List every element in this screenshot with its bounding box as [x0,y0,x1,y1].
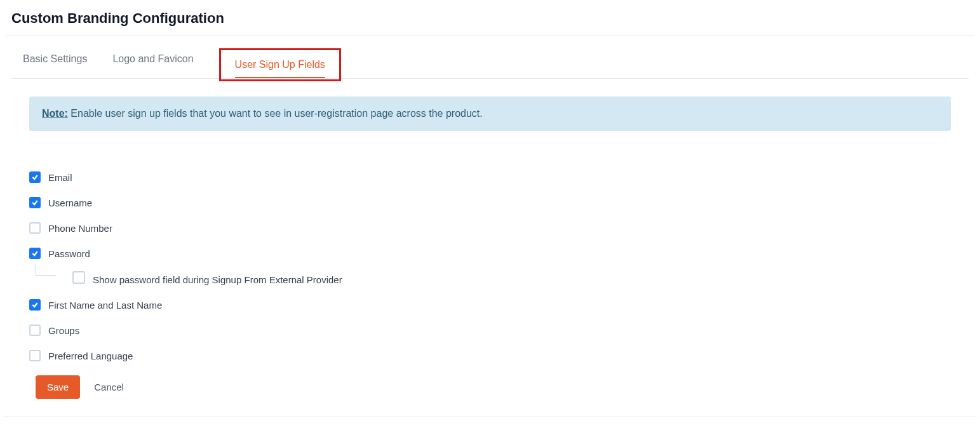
field-row-password-external: Show password field during Signup From E… [29,269,951,285]
tab-user-signup-fields[interactable]: User Sign Up Fields [219,48,341,81]
field-row-email: Email [29,171,951,183]
field-label-phone: Phone Number [48,223,112,234]
checkbox-password[interactable] [29,248,41,259]
note-callout: Note: Enable user sign up fields that yo… [29,97,951,131]
field-label-username: Username [48,197,92,208]
checkbox-language[interactable] [29,350,41,361]
tab-label: User Sign Up Fields [235,59,325,78]
field-row-groups: Groups [29,325,951,336]
note-label: Note: [42,108,68,119]
field-row-username: Username [29,197,951,208]
save-button[interactable]: Save [36,375,80,399]
field-label-email: Email [48,172,72,183]
tab-basic-settings[interactable]: Basic Settings [23,53,87,74]
cancel-button[interactable]: Cancel [94,375,124,399]
signup-fields-list: Email Username Phone Number Password [29,171,951,361]
field-label-groups: Groups [48,325,79,336]
tab-logo-favicon[interactable]: Logo and Favicon [112,53,193,74]
check-icon [31,301,39,309]
field-row-name: First Name and Last Name [29,299,951,311]
checkbox-email[interactable] [29,171,41,183]
checkbox-name[interactable] [29,299,41,311]
divider-bottom [3,417,977,417]
field-row-language: Preferred Language [29,350,951,361]
field-label-password: Password [48,248,90,259]
checkbox-groups[interactable] [29,325,41,336]
nest-connector [36,270,61,285]
check-icon [31,250,39,257]
checkbox-phone[interactable] [29,222,41,234]
note-text: Enable user sign up fields that you want… [70,108,482,119]
checkbox-password-external[interactable] [72,271,85,284]
content-area: Note: Enable user sign up fields that yo… [0,79,980,410]
field-row-password: Password [29,248,951,259]
check-icon [31,173,39,181]
field-row-phone: Phone Number [29,222,951,234]
check-icon [31,199,39,206]
checkbox-username[interactable] [29,197,41,208]
page-title: Custom Branding Configuration [0,6,980,36]
tabs: Basic Settings Logo and Favicon User Sig… [11,36,969,79]
field-label-password-external: Show password field during Signup From E… [93,269,342,285]
field-label-name: First Name and Last Name [48,300,162,311]
actions: Save Cancel [29,375,951,399]
field-label-language: Preferred Language [48,351,133,361]
